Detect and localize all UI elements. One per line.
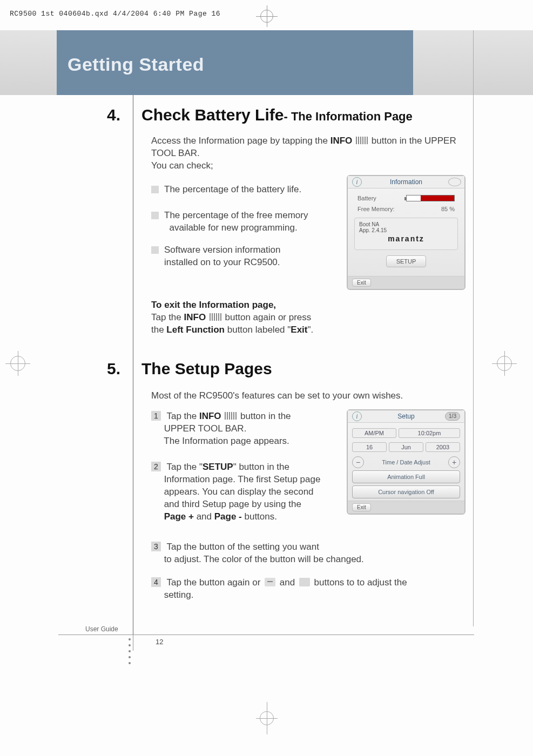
section-5-dotline: ........................................… xyxy=(58,378,469,380)
device-freemem-row: Free Memory: 85 % xyxy=(352,204,460,214)
device-setup-footer: Exit xyxy=(348,501,464,514)
device-page-indicator: 1/3 xyxy=(445,412,460,421)
section-4-title-main: Check Battery Life xyxy=(141,106,284,124)
registration-mark-right xyxy=(492,351,517,376)
battery-gauge-icon xyxy=(406,195,455,201)
device-day-value[interactable]: 16 xyxy=(352,442,387,452)
device-minus-button[interactable]: − xyxy=(352,456,364,468)
footer-dot-column xyxy=(129,638,132,664)
registration-mark-left xyxy=(5,351,30,376)
footer-rule xyxy=(58,634,474,635)
section-4-bullet-1: The percentage of the battery life. xyxy=(164,184,337,196)
device-battery-row: Battery xyxy=(352,193,460,204)
section-5-step-4: 4 Tap the button again or and buttons to… xyxy=(151,577,454,602)
section-4-number: 4. xyxy=(107,106,120,124)
device-boot-label: Boot NA xyxy=(359,221,453,227)
section-5-title: The Setup Pages xyxy=(141,360,272,378)
device-info-footer: Exit xyxy=(348,276,464,289)
step-number-4: 4 xyxy=(151,577,161,587)
step-number-1: 1 xyxy=(151,411,161,421)
device-animation-button[interactable]: Animation Full xyxy=(352,470,460,483)
section-4-bullet-3: Software version informationinstalled on… xyxy=(164,244,337,269)
device-setup-button[interactable]: SETUP xyxy=(386,255,427,267)
device-time-value[interactable]: 10:02pm xyxy=(399,428,460,438)
device-exit-button[interactable]: Exit xyxy=(352,279,371,287)
device-app-label: App. 2.4.15 xyxy=(359,227,453,233)
step-number-2: 2 xyxy=(151,462,161,471)
device-exit-button[interactable]: Exit xyxy=(352,503,371,511)
bullet-icon xyxy=(151,186,159,193)
info-i-icon: i xyxy=(352,411,362,421)
step-number-3: 3 xyxy=(151,542,161,551)
section-4-subtitle: - The Information Page xyxy=(284,110,412,123)
section-5-number: 5. xyxy=(107,360,120,378)
info-icon xyxy=(210,313,221,321)
section-4-exit-para: To exit the Information page, Tap the IN… xyxy=(151,299,346,336)
device-info-titlebar: i Information xyxy=(348,176,464,188)
device-setup-titlebar: i Setup 1/3 xyxy=(348,410,464,423)
section-5-step-2: 2 Tap the "SETUP" button in the Informat… xyxy=(151,461,343,523)
device-setup-screenshot: i Setup 1/3 AM/PM 10:02pm 16 Jun 2003 − … xyxy=(347,409,465,515)
info-i-icon: i xyxy=(352,177,362,187)
user-guide-label: User Guide xyxy=(85,625,118,633)
device-year-value[interactable]: 2003 xyxy=(426,442,460,452)
device-freemem-value: 85 % xyxy=(441,206,455,212)
page-frame-right xyxy=(473,30,474,626)
section-5-step-3: 3 Tap the button of the setting you want… xyxy=(151,541,454,566)
device-cursor-nav-button[interactable]: Cursor navigation Off xyxy=(352,485,460,498)
plus-button-icon xyxy=(299,578,310,586)
device-battery-label: Battery xyxy=(357,195,376,201)
bullet-icon xyxy=(151,212,159,219)
minus-button-icon xyxy=(265,578,275,586)
device-month-value[interactable]: Jun xyxy=(389,442,423,452)
crop-mark-bottom xyxy=(256,702,278,734)
section-5-step-1: 1 Tap the INFO button in the UPPER TOOL … xyxy=(151,410,340,448)
device-time-date-adjust: Time / Date Adjust xyxy=(366,459,446,465)
info-icon xyxy=(225,412,237,420)
page-number: 12 xyxy=(133,638,163,646)
section-4-dotline: ........................................… xyxy=(58,124,469,126)
body-vertical-divider xyxy=(133,95,133,635)
crop-mark-top xyxy=(256,5,278,27)
section-5-intro: Most of the RC9500's features can be set… xyxy=(151,390,464,402)
device-brand-label: marantz xyxy=(359,233,453,246)
device-setup-title: Setup xyxy=(397,413,414,420)
chapter-title: Getting Started xyxy=(68,54,204,75)
info-icon xyxy=(356,137,368,144)
section-4-title: Check Battery Life- The Information Page xyxy=(141,106,413,124)
device-info-screenshot: i Information Battery Free Memory: 85 % … xyxy=(347,175,465,290)
device-plus-button[interactable]: + xyxy=(448,456,460,468)
device-freemem-label: Free Memory: xyxy=(357,206,394,212)
section-4-intro: Access the Information page by tapping t… xyxy=(151,135,470,172)
device-info-title: Information xyxy=(390,178,422,186)
device-ampm-button[interactable]: AM/PM xyxy=(352,428,396,438)
bullet-icon xyxy=(151,246,159,254)
section-4-bullet-2: The percentage of the free memory availa… xyxy=(164,210,337,234)
device-oval-icon xyxy=(448,178,461,186)
file-header: RC9500 1st 040604b.qxd 4/4/2004 6:40 PM … xyxy=(0,10,220,18)
